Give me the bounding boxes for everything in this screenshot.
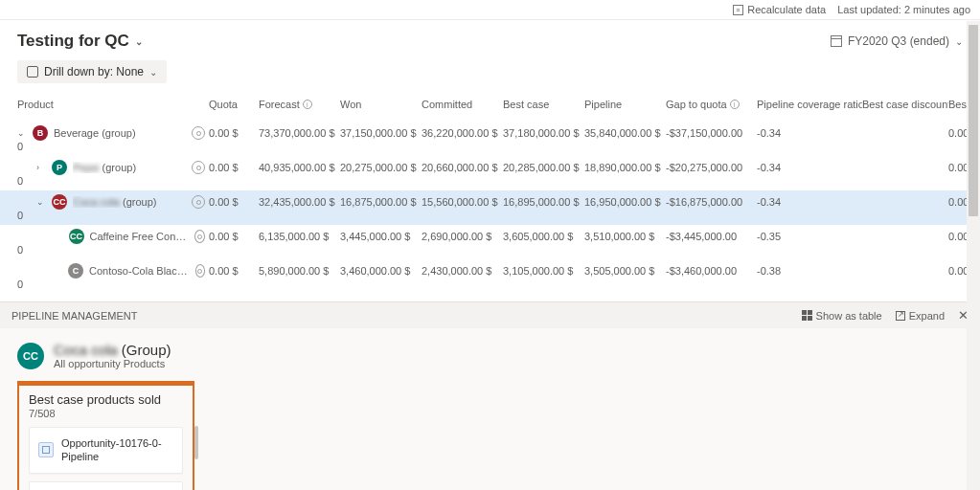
col-discount[interactable]: Best case discount [862, 99, 948, 110]
data-cell: 40,935,000.00 $ [259, 162, 340, 173]
product-badge: CC [52, 194, 67, 210]
data-cell: 16,875,000.00 $ [340, 196, 422, 208]
product-badge: CC [69, 229, 84, 244]
product-name: Pepsi (group) [73, 162, 136, 173]
data-cell: 16,895,000.00 $ [503, 196, 584, 208]
data-cell: 0 [17, 278, 209, 290]
expand-button[interactable]: Expand [896, 310, 945, 322]
entity-title: Coca cola (Group) [54, 342, 171, 358]
data-cell: 37,150,000.00 $ [340, 127, 422, 139]
chevron-down-icon: ⌄ [955, 36, 963, 47]
entity-subtitle: All opportunity Products [54, 358, 171, 369]
data-cell: 0.00 $ [209, 127, 259, 139]
opportunity-card[interactable]: Opportunity-10176-0-Pipeline [29, 427, 183, 474]
data-cell: 3,505,000.00 $ [584, 265, 666, 277]
data-cell: 20,275,000.00 $ [340, 162, 422, 173]
opportunity-label: Opportunity-10176-0-Pipeline [61, 436, 173, 464]
product-badge: P [52, 160, 67, 175]
product-cell: CContoso-Cola Black Cherry Va [17, 263, 209, 278]
pipeline-panel-body: CC Coca cola (Group) All opportunity Pro… [0, 328, 980, 490]
owner-icon[interactable] [194, 230, 205, 243]
data-cell: 73,370,000.00 $ [259, 127, 340, 139]
data-cell: -0.34 [757, 162, 862, 173]
data-cell: 32,435,000.00 $ [259, 196, 340, 208]
data-cell: 3,445,000.00 $ [340, 231, 422, 242]
data-cell: 0.00 $ [209, 162, 259, 173]
table-row[interactable]: PPepsi (group)0.00 $40,935,000.00 $20,27… [17, 156, 963, 190]
data-cell: -0.38 [757, 265, 862, 277]
calendar-icon [831, 35, 842, 47]
product-cell: PPepsi (group) [17, 160, 209, 175]
drill-label: Drill down by: None [44, 65, 144, 78]
entity-header: CC Coca cola (Group) All opportunity Pro… [17, 342, 963, 369]
product-badge: C [68, 263, 83, 278]
col-forecast[interactable]: Forecasti [259, 99, 340, 110]
data-cell: 37,180,000.00 $ [503, 127, 584, 139]
data-cell: 0 [17, 244, 209, 256]
data-cell: 2,690,000.00 $ [422, 231, 503, 242]
data-cell: -$3,460,000.00 [666, 265, 757, 277]
last-updated: Last updated: 2 minutes ago [837, 4, 970, 15]
best-case-products-card: Best case products sold 7/508 Opportunit… [17, 381, 194, 490]
product-name: Coca cola (group) [73, 196, 156, 208]
col-pipeline[interactable]: Pipeline [584, 99, 666, 110]
col-coverage[interactable]: Pipeline coverage ratioi [757, 99, 862, 110]
recalculate-button[interactable]: ≡ Recalculate data [733, 4, 826, 15]
data-cell: 3,510,000.00 $ [584, 231, 666, 242]
owner-icon[interactable] [192, 126, 205, 140]
col-won[interactable]: Won [340, 99, 422, 110]
data-cell: 20,660,000.00 $ [422, 162, 503, 173]
chevron-down-icon: ⌄ [135, 36, 143, 47]
data-cell: 5,890,000.00 $ [259, 265, 340, 277]
table-row[interactable]: BBeverage (group)0.00 $73,370,000.00 $37… [17, 122, 963, 156]
col-gap[interactable]: Gap to quotai [666, 99, 757, 110]
table-row[interactable]: CContoso-Cola Black Cherry Va0.00 $5,890… [17, 259, 963, 294]
product-name: Caffeine Free Contoso-Cola [90, 231, 189, 242]
recalculate-icon: ≡ [733, 5, 743, 15]
vertical-scrollbar-thumb[interactable] [969, 25, 978, 216]
owner-icon[interactable] [192, 195, 205, 209]
product-cell: CCCoca cola (group) [17, 194, 209, 210]
table-row[interactable]: CCCoca cola (group)0.00 $32,435,000.00 $… [0, 190, 980, 225]
data-cell: 18,890,000.00 $ [584, 162, 666, 173]
data-cell: 16,950,000.00 $ [584, 196, 666, 208]
show-as-table-button[interactable]: Show as table [802, 310, 882, 322]
opportunity-card[interactable]: Opportunity-10187-0-BestCase [29, 481, 183, 490]
table-row[interactable]: CCCaffeine Free Contoso-Cola0.00 $6,135,… [17, 225, 963, 259]
owner-icon[interactable] [195, 264, 205, 278]
data-cell: 0 [17, 210, 209, 221]
drill-down-button[interactable]: Drill down by: None ⌄ [17, 60, 167, 83]
col-product[interactable]: Product [17, 99, 209, 110]
expand-caret[interactable] [36, 197, 46, 207]
period-picker[interactable]: FY2020 Q3 (ended) ⌄ [831, 34, 963, 48]
card-scrollbar[interactable] [194, 426, 198, 459]
period-label: FY2020 Q3 (ended) [848, 34, 949, 48]
vertical-scrollbar-track[interactable] [967, 21, 980, 490]
hierarchy-icon [27, 66, 38, 78]
data-cell: -0.34 [757, 127, 862, 139]
entity-badge: CC [17, 343, 44, 369]
data-cell: 0 [17, 141, 209, 152]
forecast-table: Product Quota Forecasti Won Committed Be… [0, 93, 980, 294]
col-committed[interactable]: Committed [422, 99, 503, 110]
product-cell: CCCaffeine Free Contoso-Cola [17, 229, 209, 244]
data-cell: 36,220,000.00 $ [422, 127, 503, 139]
expand-caret[interactable] [17, 128, 27, 138]
expand-caret[interactable] [36, 163, 46, 172]
owner-icon[interactable] [192, 161, 205, 174]
pipeline-panel-header: PIPELINE MANAGEMENT Show as table Expand… [0, 301, 980, 328]
data-cell: 0 [17, 175, 209, 187]
product-badge: B [33, 125, 48, 141]
data-cell: -$20,275,000.00 [666, 162, 757, 173]
data-cell: -0.34 [757, 196, 862, 208]
page-title: Testing for QC [17, 32, 129, 51]
data-cell: 6,135,000.00 $ [259, 231, 340, 242]
data-cell: 3,460,000.00 $ [340, 265, 422, 277]
col-quota[interactable]: Quota [209, 99, 259, 110]
page-title-dropdown[interactable]: Testing for QC ⌄ [17, 32, 143, 51]
header-row: Testing for QC ⌄ FY2020 Q3 (ended) ⌄ [0, 20, 980, 60]
product-cell: BBeverage (group) [17, 125, 209, 141]
col-bestcase[interactable]: Best case [503, 99, 584, 110]
product-name: Beverage (group) [54, 127, 136, 139]
data-cell: -$3,445,000.00 [666, 231, 757, 242]
